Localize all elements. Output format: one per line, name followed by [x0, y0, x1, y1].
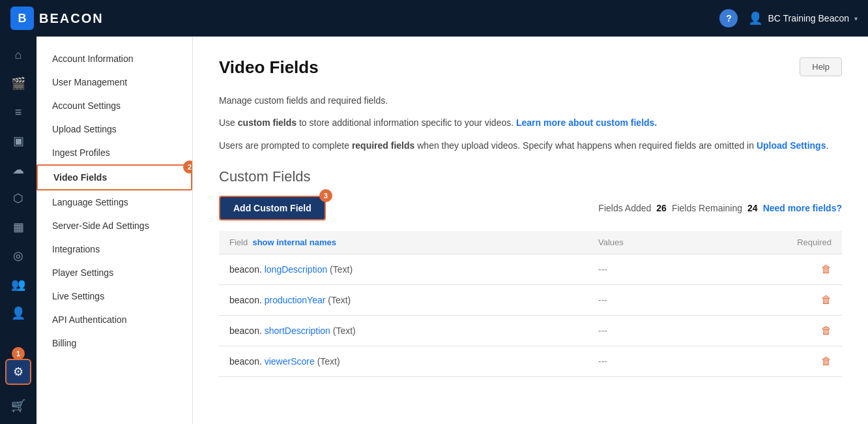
delete-button[interactable]: 🗑	[821, 264, 832, 275]
sidebar-item-language-settings[interactable]: Language Settings	[36, 190, 192, 214]
topbar: B BEACON ? 👤 BC Training Beacon ▾	[0, 0, 868, 37]
field-values-cell: ---	[588, 346, 703, 377]
nav-layers-icon[interactable]: ≡	[5, 99, 31, 125]
field-name-cell: beacon. longDescription (Text)	[219, 254, 588, 285]
description-3-suffix: .	[826, 140, 828, 151]
field-prefix: beacon.	[229, 295, 265, 305]
add-button-wrapper: Add Custom Field 3	[219, 196, 326, 220]
field-values-cell: ---	[588, 316, 703, 346]
nav-video-icon[interactable]: 🎬	[5, 70, 31, 97]
main-content: Video Fields Help Manage custom fields a…	[193, 37, 868, 424]
description-3: Users are prompted to complete required …	[219, 138, 842, 153]
field-prefix: beacon.	[229, 264, 265, 275]
fields-added-label: Fields Added	[598, 203, 651, 213]
page-title: Video Fields	[219, 57, 319, 78]
sidebar-label: Language Settings	[52, 197, 128, 207]
field-link[interactable]: productionYear	[265, 295, 326, 305]
field-link[interactable]: shortDescription	[265, 326, 330, 336]
nav-home-icon[interactable]: ⌂	[5, 42, 31, 68]
description-2: Use custom fields to store additional in…	[219, 115, 842, 130]
sidebar-label: Account Information	[52, 53, 134, 64]
sidebar-item-user-management[interactable]: User Management	[36, 70, 192, 94]
required-fields-bold: required fields	[352, 140, 414, 151]
sidebar-item-server-side-ad-settings[interactable]: Server-Side Ad Settings	[36, 214, 192, 237]
field-values-cell: ---	[588, 285, 703, 316]
field-name-cell: beacon. shortDescription (Text)	[219, 316, 588, 346]
field-required-cell: 🗑	[703, 254, 842, 285]
sidebar-item-account-information[interactable]: Account Information	[36, 47, 192, 70]
sidebar-label: Upload Settings	[52, 124, 117, 134]
table-row: beacon. productionYear (Text) --- 🗑	[219, 285, 842, 316]
delete-button[interactable]: 🗑	[821, 294, 832, 306]
field-type: (Text)	[317, 356, 340, 367]
icon-sidebar: ⌂ 🎬 ≡ ▣ ☁ ⬡ ▦ ◎ 👥 👤 ⚙ 🛒	[0, 37, 36, 424]
page-header: Video Fields Help	[219, 57, 842, 78]
nav-analytics-icon[interactable]: ▦	[5, 214, 31, 240]
field-prefix: beacon.	[229, 326, 265, 336]
sidebar-item-billing[interactable]: Billing	[36, 331, 192, 355]
toolbar: Add Custom Field 3 Fields Added 26 Field…	[219, 196, 842, 220]
text-sidebar: Account Information User Management Acco…	[36, 37, 193, 424]
field-link[interactable]: longDescription	[265, 264, 328, 275]
fields-info: Fields Added 26 Fields Remaining 24 Need…	[598, 203, 842, 213]
sidebar-label: API Authentication	[52, 314, 126, 325]
help-button[interactable]: Help	[800, 57, 842, 76]
sidebar-item-video-fields[interactable]: Video Fields 2	[36, 164, 192, 190]
nav-user-add-icon[interactable]: 👤	[5, 300, 31, 326]
sidebar-label: Billing	[52, 338, 76, 348]
field-values: ---	[598, 326, 607, 336]
user-name-label: BC Training Beacon	[768, 13, 849, 23]
table-row: beacon. viewerScore (Text) --- 🗑	[219, 346, 842, 377]
sidebar-label: Live Settings	[52, 291, 104, 301]
table-row: beacon. longDescription (Text) --- 🗑	[219, 254, 842, 285]
field-prefix: beacon.	[229, 356, 265, 367]
field-type: (Text)	[330, 264, 353, 275]
table-row: beacon. shortDescription (Text) --- 🗑	[219, 316, 842, 346]
sidebar-item-live-settings[interactable]: Live Settings	[36, 284, 192, 308]
col-required-header: Required	[703, 231, 842, 254]
field-link[interactable]: viewerScore	[265, 356, 315, 367]
annotation-badge-1: 1	[12, 347, 25, 360]
topbar-right: ? 👤 BC Training Beacon ▾	[719, 9, 858, 27]
field-values: ---	[598, 264, 607, 275]
description-1: Manage custom fields and required fields…	[219, 93, 842, 108]
nav-monitor-icon[interactable]: ▣	[5, 128, 31, 154]
sidebar-item-integrations[interactable]: Integrations	[36, 237, 192, 261]
upload-settings-link[interactable]: Upload Settings	[757, 140, 826, 151]
nav-cart-icon[interactable]: 🛒	[5, 393, 31, 419]
field-name-cell: beacon. productionYear (Text)	[219, 285, 588, 316]
sidebar-item-ingest-profiles[interactable]: Ingest Profiles	[36, 141, 192, 164]
sidebar-label: Server-Side Ad Settings	[52, 220, 149, 231]
user-icon: 👤	[748, 11, 762, 25]
nav-player-icon[interactable]: ◎	[5, 243, 31, 269]
fields-remaining-label: Fields Remaining	[672, 203, 742, 213]
sidebar-badge: 2	[183, 160, 193, 174]
fields-remaining-value: 24	[747, 203, 758, 213]
user-menu[interactable]: 👤 BC Training Beacon ▾	[748, 11, 858, 25]
delete-button[interactable]: 🗑	[821, 356, 832, 367]
sidebar-item-api-authentication[interactable]: API Authentication	[36, 308, 192, 331]
learn-more-link[interactable]: Learn more about custom fields.	[516, 117, 657, 128]
need-more-fields-link[interactable]: Need more fields?	[763, 203, 842, 213]
sidebar-item-account-settings[interactable]: Account Settings	[36, 94, 192, 117]
nav-users-icon[interactable]: 👥	[5, 271, 31, 297]
nav-settings-icon[interactable]: ⚙	[5, 359, 31, 385]
add-custom-field-button[interactable]: Add Custom Field	[219, 196, 326, 220]
custom-fields-section-title: Custom Fields	[219, 168, 842, 185]
table-header-row: Field show internal names Values Require…	[219, 231, 842, 254]
sidebar-item-player-settings[interactable]: Player Settings	[36, 261, 192, 284]
logo-icon: B	[10, 7, 34, 30]
chevron-down-icon: ▾	[854, 15, 858, 22]
field-values-cell: ---	[588, 254, 703, 285]
logo-text: BEACON	[39, 11, 104, 26]
nav-share-icon[interactable]: ⬡	[5, 185, 31, 211]
field-type: (Text)	[333, 326, 356, 336]
help-circle-button[interactable]: ?	[719, 9, 738, 27]
sidebar-item-upload-settings[interactable]: Upload Settings	[36, 117, 192, 141]
nav-cloud-icon[interactable]: ☁	[5, 157, 31, 183]
sidebar-label: Integrations	[52, 244, 100, 254]
delete-button[interactable]: 🗑	[821, 325, 832, 337]
show-internal-names-link[interactable]: show internal names	[252, 237, 336, 247]
field-required-cell: 🗑	[703, 346, 842, 377]
field-values: ---	[598, 356, 607, 367]
